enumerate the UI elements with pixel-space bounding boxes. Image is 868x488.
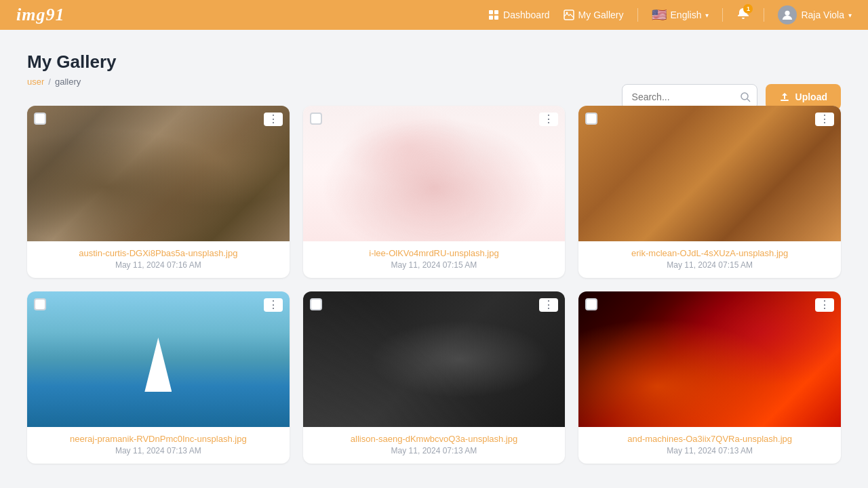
search-button[interactable] <box>740 92 751 102</box>
language-label: English <box>671 9 702 20</box>
user-name-label: Raja Viola <box>801 9 844 20</box>
card-image-preview <box>27 106 290 241</box>
page-title: My Gallery <box>27 52 841 73</box>
card-image-preview <box>27 291 290 427</box>
card-info: allison-saeng-dKmwbcvoQ3a-unsplash.jpg M… <box>303 427 566 464</box>
card-image <box>303 291 566 427</box>
card-image-preview <box>578 106 841 241</box>
card-image <box>27 106 290 241</box>
card-image-preview <box>303 106 566 241</box>
svg-rect-2 <box>489 16 493 20</box>
card-header: ⋮ <box>585 113 834 126</box>
card-header: ⋮ <box>310 113 559 126</box>
card-header: ⋮ <box>585 298 834 312</box>
card-info: i-lee-OlKVo4mrdRU-unsplash.jpg May 11, 2… <box>303 241 566 278</box>
breadcrumb-separator: / <box>48 77 51 87</box>
nav-divider-2 <box>722 8 723 22</box>
my-gallery-label: My Gallery <box>578 9 624 20</box>
card-date: May 11, 2024 07:15 AM <box>313 260 556 270</box>
card-info: austin-curtis-DGXi8Pbas5a-unsplash.jpg M… <box>27 241 290 278</box>
card-checkbox[interactable] <box>585 113 597 125</box>
card-date: May 11, 2024 07:13 AM <box>37 446 280 455</box>
nav-divider-1 <box>637 8 638 22</box>
card-menu-button[interactable]: ⋮ <box>815 113 834 126</box>
flag-icon: 🇺🇸 <box>652 7 667 22</box>
card-menu-button[interactable]: ⋮ <box>264 113 283 126</box>
card-info: erik-mclean-OJdL-4sXUzA-unsplash.jpg May… <box>578 241 841 278</box>
card-info: and-machines-Oa3iix7QVRa-unsplash.jpg Ma… <box>578 427 841 464</box>
card-checkbox[interactable] <box>310 298 322 310</box>
gallery-card: ⋮ neeraj-pramanik-RVDnPmc0Inc-unsplash.j… <box>27 291 290 464</box>
card-header: ⋮ <box>34 113 283 126</box>
card-checkbox[interactable] <box>34 113 46 125</box>
breadcrumb-user[interactable]: user <box>27 77 44 87</box>
card-date: May 11, 2024 07:13 AM <box>313 446 556 455</box>
card-date: May 11, 2024 07:16 AM <box>37 260 280 270</box>
user-chevron-icon: ▾ <box>848 12 852 19</box>
card-filename[interactable]: and-machines-Oa3iix7QVRa-unsplash.jpg <box>588 434 831 444</box>
language-selector[interactable]: 🇺🇸 English ▾ <box>652 7 709 22</box>
my-gallery-nav-item[interactable]: My Gallery <box>564 9 624 20</box>
card-menu-button[interactable]: ⋮ <box>539 113 558 126</box>
card-filename[interactable]: neeraj-pramanik-RVDnPmc0Inc-unsplash.jpg <box>37 434 280 444</box>
nav-divider-3 <box>764 8 764 22</box>
svg-line-8 <box>747 99 750 102</box>
svg-point-7 <box>741 93 748 100</box>
main-wrapper: Upload My Gallery user / gallery ⋮ austi… <box>0 30 868 485</box>
notification-button[interactable]: 1 <box>736 7 750 23</box>
upload-icon <box>779 92 790 102</box>
card-menu-button[interactable]: ⋮ <box>539 298 558 312</box>
svg-rect-9 <box>781 100 789 101</box>
gallery-card: ⋮ austin-curtis-DGXi8Pbas5a-unsplash.jpg… <box>27 106 290 278</box>
svg-rect-3 <box>494 16 498 20</box>
card-image-preview <box>303 291 566 427</box>
card-filename[interactable]: erik-mclean-OJdL-4sXUzA-unsplash.jpg <box>588 248 831 258</box>
card-info: neeraj-pramanik-RVDnPmc0Inc-unsplash.jpg… <box>27 427 290 464</box>
card-date: May 11, 2024 07:13 AM <box>588 446 831 455</box>
gallery-grid: ⋮ austin-curtis-DGXi8Pbas5a-unsplash.jpg… <box>27 106 841 464</box>
card-filename[interactable]: allison-saeng-dKmwbcvoQ3a-unsplash.jpg <box>313 434 556 444</box>
card-checkbox[interactable] <box>34 298 46 310</box>
card-checkbox[interactable] <box>310 113 322 125</box>
svg-rect-1 <box>494 10 498 14</box>
gallery-card: ⋮ i-lee-OlKVo4mrdRU-unsplash.jpg May 11,… <box>303 106 566 278</box>
dashboard-label: Dashboard <box>503 9 550 20</box>
header-nav: Dashboard My Gallery 🇺🇸 English ▾ 1 <box>488 5 852 24</box>
header: img91 Dashboard My Gallery 🇺🇸 English ▾ <box>0 0 868 30</box>
svg-rect-0 <box>489 10 493 14</box>
card-menu-button[interactable]: ⋮ <box>264 298 283 312</box>
dashboard-icon <box>488 9 499 20</box>
card-header: ⋮ <box>310 298 559 312</box>
avatar <box>778 5 797 24</box>
card-filename[interactable]: austin-curtis-DGXi8Pbas5a-unsplash.jpg <box>37 248 280 258</box>
user-icon <box>782 9 793 20</box>
card-date: May 11, 2024 07:15 AM <box>588 260 831 270</box>
card-image <box>27 291 290 427</box>
card-menu-button[interactable]: ⋮ <box>815 298 834 312</box>
card-image-preview <box>578 291 841 427</box>
upload-label: Upload <box>795 92 827 102</box>
card-filename[interactable]: i-lee-OlKVo4mrdRU-unsplash.jpg <box>313 248 556 258</box>
language-chevron-icon: ▾ <box>705 12 709 19</box>
card-header: ⋮ <box>34 298 283 312</box>
user-menu[interactable]: Raja Viola ▾ <box>778 5 852 24</box>
card-checkbox[interactable] <box>585 298 597 310</box>
card-image <box>303 106 566 241</box>
gallery-card: ⋮ allison-saeng-dKmwbcvoQ3a-unsplash.jpg… <box>303 291 566 464</box>
logo[interactable]: img91 <box>16 5 64 25</box>
search-icon <box>740 92 751 102</box>
card-image <box>578 106 841 241</box>
gallery-card: ⋮ erik-mclean-OJdL-4sXUzA-unsplash.jpg M… <box>578 106 841 278</box>
card-image <box>578 291 841 427</box>
gallery-icon <box>564 9 574 20</box>
gallery-card: ⋮ and-machines-Oa3iix7QVRa-unsplash.jpg … <box>578 291 841 464</box>
notification-badge: 1 <box>743 4 753 14</box>
svg-point-6 <box>785 11 790 16</box>
breadcrumb-gallery: gallery <box>55 77 81 87</box>
dashboard-nav-item[interactable]: Dashboard <box>488 9 550 20</box>
